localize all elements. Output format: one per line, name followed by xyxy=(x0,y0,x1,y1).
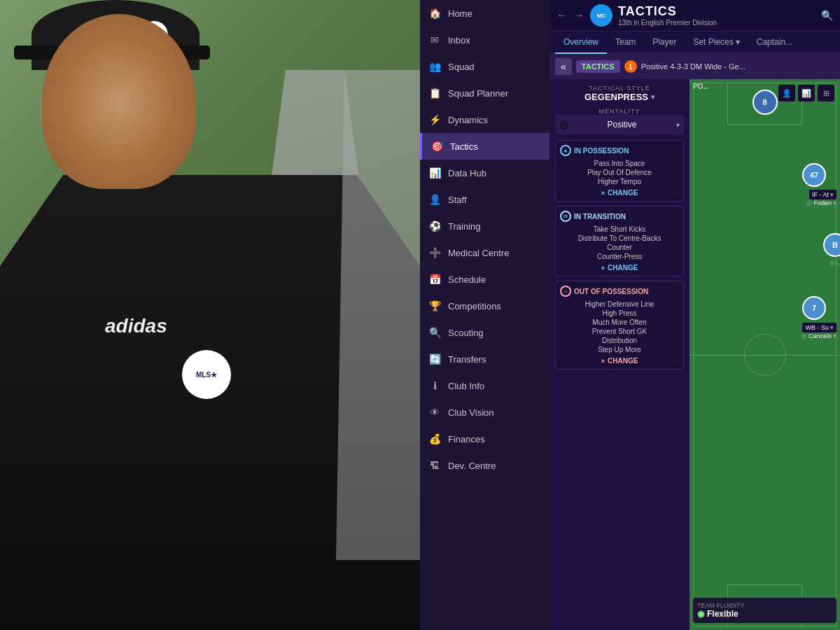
sidebar-label-finances: Finances xyxy=(448,434,485,444)
player-role-47[interactable]: IF - At ▾ xyxy=(809,190,836,200)
sidebar-label-club-vision: Club Vision xyxy=(448,407,494,418)
tactical-details: TACTICAL STYLE GEGENPRESS ▾ MENTALITY ◎ … xyxy=(550,79,690,630)
mentality-value: Positive xyxy=(607,120,636,130)
in-possession-section: ● IN POSSESSION Pass Into SpacePlay Out … xyxy=(555,140,684,202)
tactical-style-label: TACTICAL STYLE xyxy=(555,85,684,92)
home-icon: 🏠 xyxy=(428,7,441,20)
mentality-label: MENTALITY xyxy=(555,108,684,115)
photo-panel: ⊙ MLS★ adidas xyxy=(0,0,420,630)
main-content: ← → MC TACTICS 13th in English Premier D… xyxy=(550,0,840,630)
sidebar-item-tactics[interactable]: 🎯 Tactics xyxy=(420,133,550,160)
sidebar-item-club-info[interactable]: ℹ Club Info xyxy=(420,372,550,399)
finances-icon: 💰 xyxy=(428,433,441,445)
tab-player[interactable]: Player xyxy=(644,31,685,54)
tactic-name: Positive 4-3-3 DM Wide - Ge... xyxy=(641,62,834,71)
sidebar-item-training[interactable]: ⚽ Training xyxy=(420,213,550,239)
sidebar-item-dynamics[interactable]: ⚡ Dynamics xyxy=(420,106,550,133)
sidebar-item-home[interactable]: 🏠 Home xyxy=(420,0,550,27)
schedule-icon: 📅 xyxy=(428,273,441,286)
fluidity-value: ◉ Flexible xyxy=(697,609,832,619)
out-possession-item: Much More Often xyxy=(560,318,679,327)
out-possession-change-btn[interactable]: » CHANGE xyxy=(560,357,679,365)
sidebar-label-home: Home xyxy=(448,8,472,19)
in-transition-change-btn[interactable]: » CHANGE xyxy=(560,264,679,272)
possession-item: Pass Into Space xyxy=(560,159,679,168)
sidebar-label-competitions: Competitions xyxy=(448,301,501,312)
out-possession-item: High Press xyxy=(560,309,679,318)
sidebar-label-squad: Squad xyxy=(448,62,475,72)
out-possession-icon: ○ xyxy=(560,286,571,297)
tactics-badge-label: TACTICS xyxy=(582,62,615,71)
mls-logo: MLS★ xyxy=(182,350,231,399)
player-token-8[interactable]: 8 xyxy=(752,90,778,115)
out-possession-item: Distribution xyxy=(560,336,679,345)
transition-item: Counter-Press xyxy=(560,252,679,261)
sidebar-item-dev-centre[interactable]: 🏗 Dev. Centre xyxy=(420,452,550,479)
out-possession-item: Prevent Short GK xyxy=(560,327,679,336)
player-name-47: Foden xyxy=(813,200,832,206)
tab-captains[interactable]: Captain... xyxy=(748,31,801,54)
tab-dropdown-arrow: ▾ xyxy=(736,37,740,47)
sidebar-label-dynamics: Dynamics xyxy=(448,115,488,125)
fluidity-label: TEAM FLUIDITY xyxy=(697,602,832,609)
sidebar-label-training: Training xyxy=(448,221,480,232)
dev-centre-icon: 🏗 xyxy=(428,459,441,472)
player-token-7[interactable]: 7 xyxy=(802,296,826,320)
transition-item: Counter xyxy=(560,243,679,252)
sidebar-item-squad-planner[interactable]: 📋 Squad Planner xyxy=(420,80,550,106)
in-possession-change-btn[interactable]: » CHANGE xyxy=(560,189,679,197)
sidebar-item-finances[interactable]: 💰 Finances xyxy=(420,426,550,452)
tactics-icon: 🎯 xyxy=(430,140,443,153)
tactics-back-button[interactable]: « xyxy=(555,58,572,75)
tactics-badge: TACTICS xyxy=(576,60,620,73)
back-arrow[interactable]: ← xyxy=(556,9,568,22)
in-transition-items: Take Short KicksDistribute To Centre-Bac… xyxy=(560,225,679,261)
in-possession-icon: ● xyxy=(560,145,571,156)
competitions-icon: 🏆 xyxy=(428,300,441,312)
sidebar-label-data-hub: Data Hub xyxy=(448,168,486,178)
tactic-number: 1 xyxy=(624,60,637,73)
in-transition-section: ⟳ IN TRANSITION Take Short KicksDistribu… xyxy=(555,206,684,276)
sidebar: 🏠 Home ✉ Inbox 👥 Squad 📋 Squad Planner ⚡… xyxy=(420,0,550,630)
sidebar-item-competitions[interactable]: 🏆 Competitions xyxy=(420,293,550,319)
medical-centre-icon: ➕ xyxy=(428,246,441,259)
inbox-icon: ✉ xyxy=(428,34,441,46)
sidebar-label-scouting: Scouting xyxy=(448,328,484,338)
out-possession-section: ○ OUT OF POSSESSION Higher Defensive Lin… xyxy=(555,281,684,370)
player-role-7[interactable]: WB - Su ▾ xyxy=(802,323,836,332)
sidebar-item-squad[interactable]: 👥 Squad xyxy=(420,53,550,80)
tactical-style-value[interactable]: GEGENPRESS ▾ xyxy=(555,92,684,102)
player-token-47[interactable]: 47 xyxy=(802,163,826,187)
in-transition-title: IN TRANSITION xyxy=(574,213,626,220)
sidebar-item-transfers[interactable]: 🔄 Transfers xyxy=(420,346,550,372)
search-icon[interactable]: 🔍 xyxy=(821,10,833,21)
possession-item: Higher Tempo xyxy=(560,177,679,186)
transition-item: Take Short Kicks xyxy=(560,225,679,234)
sidebar-label-inbox: Inbox xyxy=(448,35,470,46)
sidebar-label-transfers: Transfers xyxy=(448,354,486,365)
tactics-bar: « TACTICS 1 Positive 4-3-3 DM Wide - Ge.… xyxy=(550,54,840,79)
transition-item: Distribute To Centre-Backs xyxy=(560,234,679,243)
in-possession-title: IN POSSESSION xyxy=(574,147,629,155)
sidebar-item-medical-centre[interactable]: ➕ Medical Centre xyxy=(420,239,550,266)
in-transition-icon: ⟳ xyxy=(560,211,571,222)
tab-overview[interactable]: Overview xyxy=(555,31,607,54)
team-fluidity-box: TEAM FLUIDITY ◉ Flexible xyxy=(693,598,836,623)
tab-team[interactable]: Team xyxy=(607,31,644,54)
sidebar-item-data-hub[interactable]: 📊 Data Hub xyxy=(420,160,550,186)
sidebar-label-dev-centre: Dev. Centre xyxy=(448,461,496,471)
sidebar-item-inbox[interactable]: ✉ Inbox xyxy=(420,27,550,53)
tab-set-pieces[interactable]: Set Pieces ▾ xyxy=(685,31,748,54)
sidebar-item-schedule[interactable]: 📅 Schedule xyxy=(420,266,550,293)
forward-arrow[interactable]: → xyxy=(573,9,584,22)
sidebar-item-staff[interactable]: 👤 Staff xyxy=(420,186,550,213)
possession-item: Play Out Of Defence xyxy=(560,168,679,177)
mentality-box[interactable]: ◎ Positive ▾ xyxy=(555,115,684,134)
sidebar-item-club-vision[interactable]: 👁 Club Vision xyxy=(420,399,550,426)
sidebar-label-staff: Staff xyxy=(448,195,467,205)
sidebar-label-schedule: Schedule xyxy=(448,274,486,285)
sidebar-item-scouting[interactable]: 🔍 Scouting xyxy=(420,319,550,346)
sidebar-label-medical-centre: Medical Centre xyxy=(448,248,509,258)
page-title: TACTICS xyxy=(618,4,717,19)
out-possession-items: Higher Defensive LineHigh PressMuch More… xyxy=(560,300,679,354)
